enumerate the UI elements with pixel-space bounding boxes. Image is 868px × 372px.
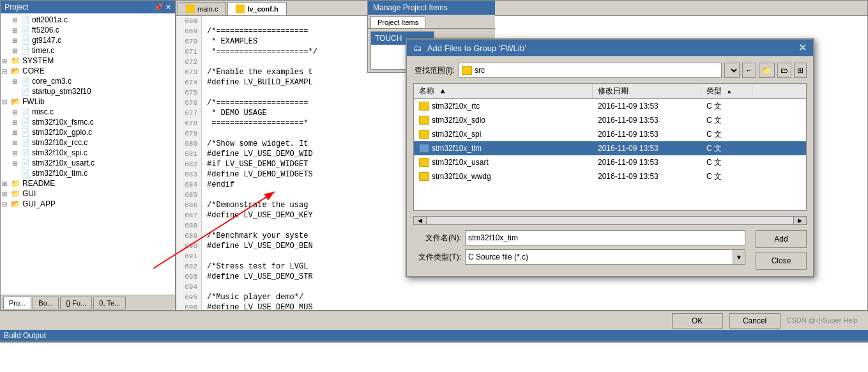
close-icon[interactable]: ✕	[165, 3, 171, 12]
file-row-sdio[interactable]: stm32f10x_sdio 2016-11-09 13:53 C 文	[414, 113, 806, 127]
tree-item-rcc[interactable]: ⊞ 📄 stm32f10x_rcc.c	[1, 137, 175, 148]
file-name-spi: stm32f10x_spi	[432, 130, 481, 139]
expander-ft5206[interactable]: ⊞	[12, 27, 21, 34]
tree-item-startup[interactable]: ⊞ 📄 startup_stm32f10	[1, 86, 175, 97]
expander-gui[interactable]: ⊞	[2, 190, 11, 198]
file-row-spi[interactable]: stm32f10x_spi 2016-11-09 13:53 C 文	[414, 127, 806, 141]
project-panel: Project 📌 ✕ ⊞ 📄 ott2001a.c ⊞ 📄	[0, 0, 176, 311]
tree-item-gt9147[interactable]: ⊞ 📄 gt9147.c	[1, 35, 175, 45]
tree-item-core[interactable]: ⊟ 📂 CORE	[1, 66, 175, 76]
cancel-button[interactable]: Cancel	[729, 313, 780, 329]
expander-misc[interactable]: ⊞	[12, 109, 21, 116]
filetype-input[interactable]	[465, 249, 733, 265]
expander-guiapp[interactable]: ⊟	[2, 201, 11, 208]
back-button[interactable]: ←	[742, 63, 756, 78]
filename-input[interactable]	[465, 230, 745, 245]
tab-project[interactable]: Pro...	[3, 297, 31, 309]
new-folder-button[interactable]: 🗁	[777, 63, 791, 78]
col-header-date: 修改日期	[593, 84, 701, 98]
folder-icon-core: 📂	[11, 66, 20, 75]
manage-tab-project-items[interactable]: Project Items	[370, 16, 425, 28]
bottom-action-bar: OK Cancel CSDN @小Super Help	[0, 311, 868, 330]
tab-books[interactable]: Bo...	[33, 297, 59, 309]
add-button[interactable]: Add	[756, 230, 807, 248]
close-button[interactable]: Close	[756, 252, 807, 270]
file-date-usart: 2016-11-09 13:53	[593, 157, 701, 168]
ok-button[interactable]: OK	[672, 313, 723, 329]
tab-lvconfh[interactable]: lv_conf.h	[227, 2, 286, 15]
expander-system[interactable]: ⊞	[2, 58, 11, 65]
file-type-spi: C 文	[701, 128, 752, 141]
label-tim: stm32f10x_tim.c	[32, 169, 88, 178]
col-type-sort-icon: ▲	[726, 88, 732, 95]
col-header-name: 名称 ▲	[414, 84, 593, 98]
horizontal-scrollbar[interactable]: ◀ ▶	[413, 216, 807, 225]
tree-item-gpio[interactable]: ⊞ 📄 stm32f10x_gpio.c	[1, 127, 175, 137]
tab-mainc[interactable]: main.c	[178, 2, 226, 15]
tree-item-readme[interactable]: ⊞ 📁 README	[1, 178, 175, 189]
file-row-rtc[interactable]: stm32f10x_rtc 2016-11-09 13:53 C 文	[414, 99, 806, 113]
file-list-container[interactable]: 名称 ▲ 修改日期 类型 ▲ stm32f10x_rtc 2016-11-09 …	[413, 83, 807, 211]
view-button[interactable]: ⊞	[794, 63, 807, 78]
tree-item-guiapp[interactable]: ⊟ 📂 GUI_APP	[1, 199, 175, 209]
folder-icon-fwlib: 📂	[11, 97, 20, 106]
tree-item-gui[interactable]: ⊞ 📁 GUI	[1, 189, 175, 199]
expander-core-cm3[interactable]: ⊞	[12, 78, 21, 85]
file-type-usart: C 文	[701, 156, 752, 169]
pin-icon[interactable]: 📌	[154, 3, 163, 12]
mainc-tab-icon	[186, 4, 195, 13]
add-files-close-icon[interactable]: ✕	[798, 43, 807, 53]
look-in-dropdown[interactable]	[724, 63, 740, 78]
expander-fwlib[interactable]: ⊟	[2, 98, 11, 105]
look-in-combo: src ← 📁 🗁 ⊞	[459, 63, 807, 78]
file-icon-rcc: 📄	[21, 139, 30, 147]
navigation-toolbar: ← 📁 🗁 ⊞	[742, 63, 807, 78]
filetype-dropdown-btn[interactable]: ▼	[733, 249, 745, 265]
expander-gt9147[interactable]: ⊞	[12, 37, 21, 44]
file-row-tim[interactable]: stm32f10x_tim 2016-11-09 13:53 C 文	[414, 141, 806, 155]
file-row-wwdg[interactable]: stm32f10x_wwdg 2016-11-09 13:53 C 文	[414, 169, 806, 183]
tree-item-core-cm3[interactable]: ⊞ 📄 core_cm3.c	[1, 76, 175, 86]
look-in-row: 查找范围(I): src ← 📁 🗁 ⊞	[413, 63, 807, 78]
expander-timer[interactable]: ⊞	[12, 47, 21, 54]
expander-spi[interactable]: ⊞	[12, 150, 21, 157]
folder-icon-lookin	[462, 66, 472, 75]
expander-gpio[interactable]: ⊞	[12, 129, 21, 136]
tree-item-system[interactable]: ⊞ 📁 SYSTEM	[1, 56, 175, 66]
expander-rcc[interactable]: ⊞	[12, 139, 21, 146]
tree-item-ott2001a[interactable]: ⊞ 📄 ott2001a.c	[1, 15, 175, 25]
tree-item-fsmc[interactable]: ⊞ 📄 stm32f10x_fsmc.c	[1, 117, 175, 127]
label-gui: GUI	[22, 189, 36, 198]
expander-readme[interactable]: ⊞	[2, 180, 11, 187]
code-line-695: 695/*Music player demo*/	[176, 292, 867, 302]
sort-asc-icon[interactable]: ▲	[439, 86, 446, 95]
file-row-usart[interactable]: stm32f10x_usart 2016-11-09 13:53 C 文	[414, 155, 806, 169]
file-icon-timer: 📄	[21, 47, 30, 55]
expander-core[interactable]: ⊟	[2, 68, 11, 75]
expander-ott2001a[interactable]: ⊞	[12, 17, 21, 24]
build-output-header: Build Output	[0, 330, 868, 341]
tab-templates[interactable]: 0, Te...	[93, 297, 126, 309]
scroll-left-btn[interactable]: ◀	[414, 217, 427, 224]
tree-item-spi[interactable]: ⊞ 📄 stm32f10x_spi.c	[1, 148, 175, 158]
label-fsmc: stm32f10x_fsmc.c	[32, 118, 94, 127]
scroll-right-btn[interactable]: ▶	[793, 217, 806, 224]
tree-item-ft5206[interactable]: ⊞ 📄 ft5206.c	[1, 25, 175, 35]
panel-header-icons: 📌 ✕	[154, 3, 171, 12]
tree-item-misc[interactable]: ⊞ 📄 misc.c	[1, 107, 175, 117]
label-misc: misc.c	[32, 107, 54, 116]
label-guiapp: GUI_APP	[22, 199, 56, 208]
file-icon-fsmc: 📄	[21, 118, 30, 127]
expander-fsmc[interactable]: ⊞	[12, 119, 21, 126]
project-panel-title: Project	[4, 3, 28, 12]
file-icon-core-cm3: 📄	[21, 77, 30, 86]
tree-item-tim[interactable]: ⊞ 📄 stm32f10x_tim.c	[1, 168, 175, 178]
file-name-usart: stm32f10x_usart	[432, 158, 489, 167]
expander-usart[interactable]: ⊞	[12, 160, 21, 167]
tree-item-fwlib[interactable]: ⊟ 📂 FWLib	[1, 97, 175, 107]
tree-item-usart[interactable]: ⊞ 📄 stm32f10x_usart.c	[1, 158, 175, 168]
fields-section: 文件名(N): 文件类型(T): ▼	[413, 230, 745, 270]
tab-functions[interactable]: {} Fu...	[60, 297, 92, 309]
up-folder-button[interactable]: 📁	[759, 63, 775, 78]
tree-item-timer[interactable]: ⊞ 📄 timer.c	[1, 45, 175, 56]
